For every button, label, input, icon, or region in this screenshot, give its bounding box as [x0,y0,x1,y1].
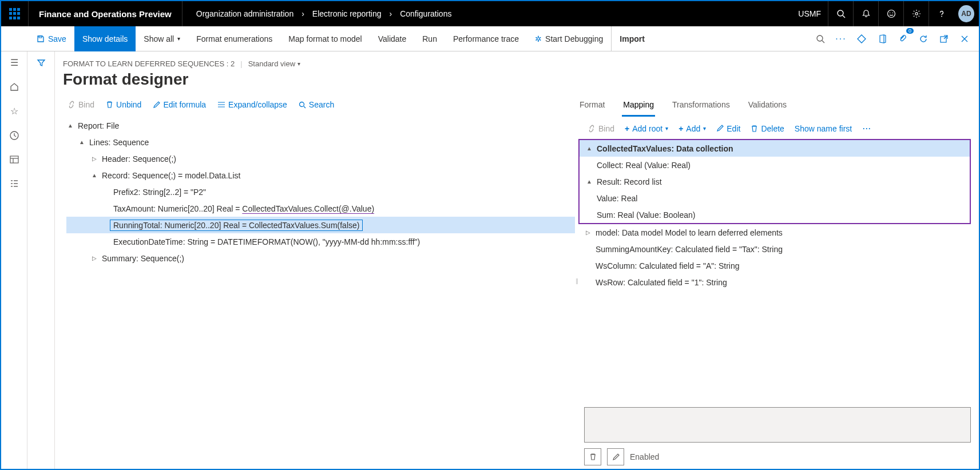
star-icon[interactable]: ☆ [10,106,18,117]
map-node-collect[interactable]: Collect: Real (Value: Real) [580,157,970,173]
close-icon[interactable] [955,29,974,49]
show-details-button[interactable]: Show details [74,26,136,51]
tab-transformations[interactable]: Transformations [671,97,731,117]
bell-icon[interactable] [853,1,878,26]
breadcrumb: Organization administration › Electronic… [182,9,466,18]
collapse-icon[interactable]: ▲ [66,122,74,129]
expand-collapse-button[interactable]: Expand/collapse [213,98,292,111]
workspace-icon[interactable] [9,154,19,165]
show-details-label: Show details [82,34,128,43]
user-avatar[interactable]: AD [958,5,974,22]
legal-entity[interactable]: USMF [791,9,828,18]
chevron-right-icon: › [389,9,392,18]
validate-button[interactable]: Validate [370,26,415,51]
map-bind-button[interactable]: Bind [584,123,618,134]
filter-icon[interactable] [37,58,46,469]
start-debugging-button[interactable]: ✲ Start Debugging [527,26,611,51]
map-node-model[interactable]: ▷model: Data model Model to learn deferr… [578,224,971,241]
attachments-icon[interactable] [893,29,912,49]
plus-icon: + [679,124,683,133]
map-edit-button[interactable]: Edit [713,123,744,134]
office-icon[interactable] [872,29,892,49]
tab-format[interactable]: Format [578,97,606,117]
search-icon[interactable] [828,1,853,26]
expand-icon[interactable]: ▷ [584,229,592,236]
recent-icon[interactable] [9,130,19,141]
hamburger-icon[interactable]: ☰ [10,57,18,68]
tree-node-execdatetime[interactable]: ExecutionDateTime: String = DATETIMEFORM… [66,233,575,250]
debug-icon: ✲ [535,34,542,43]
filter-column [27,51,55,469]
tree-node-prefix[interactable]: Prefix2: String[2..2] = "P2" [66,184,575,200]
tab-mapping[interactable]: Mapping [622,97,655,117]
view-label: Standard view [248,59,295,68]
tree-node-lines[interactable]: ▲Lines: Sequence [66,134,575,150]
add-label: Add [686,124,700,133]
save-button[interactable]: Save [29,26,74,51]
mapping-tree: ▲CollectedTaxValues: Data collection Col… [578,139,971,290]
breadcrumb-item[interactable]: Organization administration [196,9,293,18]
chevron-down-icon: ▾ [177,35,180,42]
tree-node-record[interactable]: ▲Record: Sequence(;) = model.Data.List [66,167,575,184]
breadcrumb-item[interactable]: Configurations [400,9,451,18]
bind-button[interactable]: Bind [63,98,99,111]
home-icon[interactable] [9,82,19,92]
tree-node-summary[interactable]: ▷Summary: Sequence(;) [66,250,575,266]
search-action-icon[interactable] [811,29,830,49]
collapse-icon[interactable]: ▲ [78,139,86,145]
map-node-collectedtax[interactable]: ▲CollectedTaxValues: Data collection [580,140,970,157]
import-button[interactable]: Import [611,26,653,51]
svg-point-2 [887,10,895,18]
chevron-right-icon: › [301,9,304,18]
delete-detail-button[interactable] [584,448,601,465]
details-box[interactable] [584,407,971,443]
smiley-icon[interactable] [878,1,903,26]
collapse-icon[interactable]: ▲ [585,145,593,152]
unbind-button[interactable]: Unbind [101,98,146,111]
performance-trace-button[interactable]: Performance trace [445,26,527,51]
format-enumerations-button[interactable]: Format enumerations [188,26,280,51]
collapse-icon[interactable]: ▲ [90,172,98,178]
search-button[interactable]: Search [294,98,339,111]
mapping-toolbar: Bind + Add root ▾ + Add ▾ [578,117,971,139]
gear-icon[interactable] [903,1,929,26]
collapse-icon[interactable]: ▲ [585,178,593,185]
map-node-result[interactable]: ▲Result: Record list [580,173,970,190]
map-addroot-button[interactable]: + Add root ▾ [621,123,672,134]
modules-icon[interactable] [9,178,19,189]
app-launcher-button[interactable] [1,1,29,26]
help-icon[interactable] [929,1,954,26]
tab-validations[interactable]: Validations [747,97,788,117]
map-delete-button[interactable]: Delete [747,123,787,134]
edit-detail-button[interactable] [607,448,624,465]
expand-icon[interactable]: ▷ [90,255,98,261]
map-node-value[interactable]: Value: Real [580,190,970,206]
run-button[interactable]: Run [414,26,445,51]
link-icon [588,125,596,133]
map-node-wscolumn[interactable]: WsColumn: Calculated field = "A": String [578,257,971,274]
more-icon[interactable]: ··· [831,29,851,49]
chevron-down-icon: ▾ [703,125,706,132]
save-icon [37,35,45,43]
edit-formula-button[interactable]: Edit formula [148,98,211,111]
diamond-icon[interactable] [852,29,871,49]
breadcrumb-item[interactable]: Electronic reporting [312,9,382,18]
tree-node-taxamount[interactable]: TaxAmount: Numeric[20..20] Real = Collec… [66,200,575,217]
expand-icon[interactable]: ▷ [90,156,98,162]
view-selector[interactable]: Standard view ▾ [248,59,300,68]
refresh-icon[interactable] [914,29,933,49]
tree-node-report[interactable]: ▲Report: File [66,117,575,134]
more-icon[interactable]: ··· [859,122,874,134]
tree-node-runningtotal[interactable]: RunningTotal: Numeric[20..20] Real = Col… [66,217,575,233]
show-all-button[interactable]: Show all ▾ [136,26,188,51]
map-node-summingkey[interactable]: SummingAmountKey: Calculated field = "Ta… [578,241,971,257]
popout-icon[interactable] [934,29,954,49]
map-node-sum[interactable]: Sum: Real (Value: Boolean) [580,206,970,223]
show-name-first-button[interactable]: Show name first [791,123,855,134]
map-format-button[interactable]: Map format to model [280,26,370,51]
bottom-panel: Enabled [578,401,971,469]
tree-node-header[interactable]: ▷Header: Sequence(;) [66,150,575,167]
map-add-button[interactable]: + Add ▾ [675,123,709,134]
map-node-wsrow[interactable]: WsRow: Calculated field = "1": String [578,274,971,290]
page-meta: FORMAT TO LEARN DEFERRED SEQUENCES : 2 [63,59,235,68]
